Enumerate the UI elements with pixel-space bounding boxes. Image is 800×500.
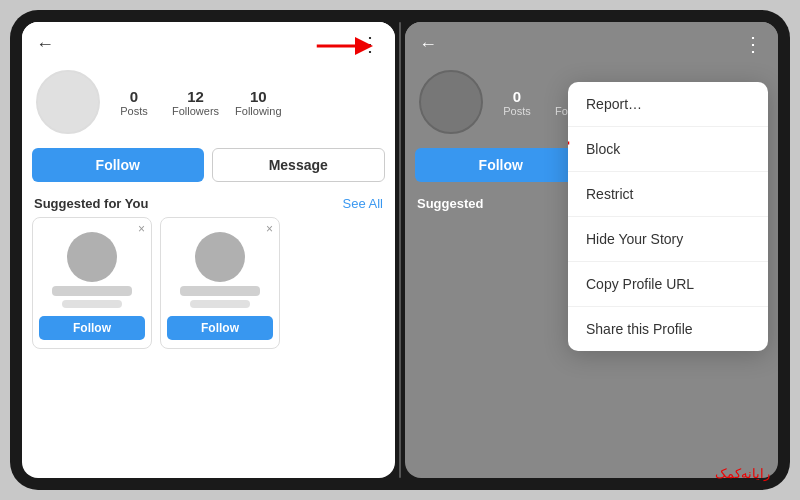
followers-label: Followers xyxy=(172,105,219,117)
menu-report-label: Report… xyxy=(586,96,642,112)
menu-item-hide-story[interactable]: Hide Your Story xyxy=(568,217,768,262)
left-see-all-link[interactable]: See All xyxy=(343,196,383,211)
left-card-2: × Follow xyxy=(160,217,280,349)
card-2-sub xyxy=(190,300,250,308)
menu-item-block[interactable]: Block xyxy=(568,127,768,172)
context-menu: Report… Block Restrict Hide Your Story C… xyxy=(568,82,768,351)
left-message-button[interactable]: Message xyxy=(212,148,386,182)
left-stat-posts: 0 Posts xyxy=(112,88,156,117)
right-avatar xyxy=(419,70,483,134)
right-posts-label: Posts xyxy=(503,105,531,117)
left-stat-following: 10 Following xyxy=(235,88,281,117)
close-card-2[interactable]: × xyxy=(266,222,273,236)
right-suggested-title: Suggested xyxy=(417,196,483,211)
card-2-name xyxy=(180,286,260,296)
left-follow-button[interactable]: Follow xyxy=(32,148,204,182)
card-1-sub xyxy=(62,300,122,308)
red-arrow-left-icon xyxy=(568,133,573,153)
right-header: ← ⋮ xyxy=(405,22,778,62)
following-label: Following xyxy=(235,105,281,117)
menu-item-share-profile[interactable]: Share this Profile xyxy=(568,307,768,351)
right-screen: ← ⋮ 0 Posts 12 Followers 10 Following xyxy=(405,22,778,478)
left-action-buttons: Follow Message xyxy=(22,144,395,192)
left-avatar xyxy=(36,70,100,134)
right-posts-count: 0 xyxy=(513,88,521,105)
menu-hide-story-label: Hide Your Story xyxy=(586,231,683,247)
menu-item-copy-url[interactable]: Copy Profile URL xyxy=(568,262,768,307)
card-1-follow-button[interactable]: Follow xyxy=(39,316,145,340)
left-profile-section: 0 Posts 12 Followers 10 Following xyxy=(22,62,395,144)
posts-label: Posts xyxy=(120,105,148,117)
close-card-1[interactable]: × xyxy=(138,222,145,236)
left-stat-followers: 12 Followers xyxy=(172,88,219,117)
screen-divider xyxy=(399,22,401,478)
watermark: رایانه‌کمک xyxy=(715,466,770,482)
tablet-frame: ← ⋮ 0 Posts 12 Followers 10 Follow xyxy=(10,10,790,490)
left-suggested-title: Suggested for You xyxy=(34,196,148,211)
menu-block-label: Block xyxy=(586,141,620,157)
followers-count: 12 xyxy=(187,88,204,105)
red-arrow-right-icon xyxy=(313,32,373,60)
back-arrow-left[interactable]: ← xyxy=(36,34,54,55)
right-stat-posts: 0 Posts xyxy=(495,88,539,117)
card-1-avatar xyxy=(67,232,117,282)
menu-share-profile-label: Share this Profile xyxy=(586,321,693,337)
menu-item-report[interactable]: Report… xyxy=(568,82,768,127)
back-arrow-right[interactable]: ← xyxy=(419,34,437,55)
menu-item-restrict[interactable]: Restrict xyxy=(568,172,768,217)
menu-restrict-label: Restrict xyxy=(586,186,633,202)
three-dots-right[interactable]: ⋮ xyxy=(743,32,764,56)
card-1-name xyxy=(52,286,132,296)
right-follow-button[interactable]: Follow xyxy=(415,148,587,182)
menu-copy-url-label: Copy Profile URL xyxy=(586,276,694,292)
card-2-avatar xyxy=(195,232,245,282)
card-2-follow-button[interactable]: Follow xyxy=(167,316,273,340)
left-suggested-cards: × Follow × Follow xyxy=(22,217,395,349)
left-stats-row: 0 Posts 12 Followers 10 Following xyxy=(112,88,282,117)
posts-count: 0 xyxy=(130,88,138,105)
left-suggested-header: Suggested for You See All xyxy=(22,192,395,217)
left-screen: ← ⋮ 0 Posts 12 Followers 10 Follow xyxy=(22,22,395,478)
partial-card xyxy=(288,217,318,349)
left-card-1: × Follow xyxy=(32,217,152,349)
following-count: 10 xyxy=(250,88,267,105)
